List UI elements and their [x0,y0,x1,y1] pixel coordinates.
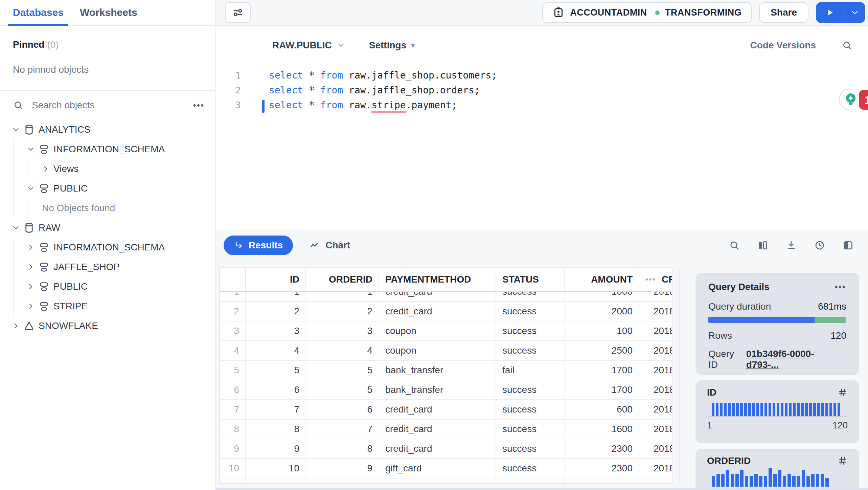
cell-orderid[interactable]: 8 [306,439,379,458]
row-number-cell[interactable]: 2 [220,302,246,321]
cell-amount[interactable]: 1700 [565,380,639,399]
table-row[interactable]: 333couponsuccess1002018 [220,321,672,341]
cell-orderid[interactable]: 5 [306,361,379,380]
cell-orderid[interactable]: 2 [306,302,379,321]
context-selector[interactable]: RAW.PUBLIC [272,40,345,51]
cell-paymentmethod[interactable]: coupon [379,341,496,360]
row-number-cell[interactable]: 7 [220,400,246,419]
column-header-status[interactable]: STATUS [496,268,565,291]
cell-status[interactable]: success [496,400,565,419]
cell-paymentmethod[interactable]: credit_card [379,439,496,458]
chevron-right-icon[interactable] [25,243,37,252]
editor-search-icon[interactable] [842,40,852,51]
row-number-cell[interactable]: 10 [220,459,246,478]
sidebar-item-public[interactable]: PUBLIC [0,277,215,296]
sidebar-item-raw[interactable]: RAW [0,218,215,238]
split-panel-icon[interactable] [842,240,854,251]
editor-config-button[interactable] [225,2,251,23]
sidebar-item-stripe[interactable]: STRIPE [0,296,215,316]
cell-created[interactable]: 2018 [639,439,672,458]
cell-amount[interactable]: 2300 [565,459,639,478]
cell-created[interactable]: 2018 [639,341,672,360]
column-header-amount[interactable]: AMOUNT [565,268,639,291]
chevron-right-icon[interactable] [25,282,37,291]
cell-orderid[interactable]: 6 [306,400,379,419]
cell-created[interactable]: 2018 [639,400,672,419]
code-versions-link[interactable]: Code Versions [750,40,816,51]
cell-created[interactable]: 2018 [639,292,672,301]
table-row[interactable]: 10109gift_cardsuccess23002018 [220,459,672,478]
cell-status[interactable]: success [496,321,565,340]
column-header-rownum[interactable] [220,268,246,291]
table-row[interactable]: 776credit_cardsuccess6002018 [220,400,672,420]
column-header-created[interactable]: •••CREATED [639,268,672,291]
cell-id[interactable]: 2 [246,302,306,321]
code-line[interactable]: 1select * from raw.jaffle_shop.customers… [216,68,868,83]
cell-created[interactable]: 2018 [639,361,672,380]
cell-amount[interactable]: 100 [565,321,639,340]
role-warehouse-selector[interactable]: ACCOUNTADMIN TRANSFORMING [542,2,752,23]
settings-dropdown[interactable]: Settings ▾ [369,40,415,51]
chevron-down-icon[interactable] [25,145,37,154]
sql-editor[interactable]: 1select * from raw.jaffle_shop.customers… [216,68,868,112]
row-number-cell[interactable]: 3 [220,321,246,340]
chevron-right-icon[interactable] [10,321,22,330]
row-number-cell[interactable]: 5 [220,361,246,380]
cell-paymentmethod[interactable]: credit_card [379,302,496,321]
chevron-right-icon[interactable] [25,263,37,271]
table-body[interactable]: 111credit_cardsuccess10002018222credit_c… [220,292,672,483]
cell-paymentmethod[interactable]: credit_card [379,400,496,419]
cell-status[interactable]: fail [496,361,565,380]
column-header-id[interactable]: ID [246,268,306,291]
table-row[interactable]: 887credit_cardsuccess16002018 [220,420,672,439]
cell-paymentmethod[interactable]: credit_card [379,292,496,301]
row-number-cell[interactable]: 9 [220,439,246,458]
cell-paymentmethod[interactable]: gift_card [379,459,496,478]
table-row[interactable]: 998credit_cardsuccess23002018 [220,439,672,459]
horizontal-scrollbar[interactable] [216,488,868,490]
cell-status[interactable]: success [496,341,565,360]
download-icon[interactable] [785,240,797,251]
cell-amount[interactable]: 2300 [565,439,639,458]
chevron-right-icon[interactable] [25,302,37,311]
cell-paymentmethod[interactable]: coupon [379,321,496,340]
cell-paymentmethod[interactable]: bank_transfer [379,361,496,380]
row-number-cell[interactable]: 8 [220,420,246,439]
cell-id[interactable]: 3 [246,321,306,340]
row-number-cell[interactable]: 6 [220,380,246,399]
cell-status[interactable]: success [496,459,565,478]
sidebar-item-public[interactable]: PUBLIC [0,179,215,198]
table-row[interactable]: 222credit_cardsuccess20002018 [220,302,672,321]
chevron-down-icon[interactable] [25,184,37,193]
cell-status[interactable]: success [496,439,565,458]
query-details-menu-button[interactable]: ••• [835,282,846,292]
cell-orderid[interactable]: 4 [306,341,379,360]
cell-orderid[interactable]: 1 [306,292,379,301]
cell-amount[interactable]: 1700 [565,361,639,380]
row-number-cell[interactable]: 1 [220,292,246,301]
row-number-cell[interactable]: 4 [220,341,246,360]
cell-created[interactable]: 2018 [639,302,672,321]
cell-id[interactable]: 7 [246,400,306,419]
sidebar-item-jaffle-shop[interactable]: JAFFLE_SHOP [0,257,215,277]
search-icon[interactable] [729,240,740,251]
cell-id[interactable]: 5 [246,361,306,380]
column-header-paymentmethod[interactable]: PAYMENTMETHOD [379,268,496,291]
sidebar-item-analytics[interactable]: ANALYTICS [0,120,215,139]
sidebar-item-no-objects-found[interactable]: No Objects found [0,198,215,218]
cell-id[interactable]: 8 [246,420,306,439]
code-line[interactable]: 2select * from raw.jaffle_shop.orders; [216,83,868,97]
chevron-right-icon[interactable] [40,164,51,173]
cell-amount[interactable]: 600 [565,400,639,419]
columns-icon[interactable] [757,240,769,251]
cell-paymentmethod[interactable]: bank_transfer [379,380,496,399]
tab-results[interactable]: Results [224,236,293,255]
column-menu-button[interactable]: ••• [645,275,656,284]
column-header-orderid[interactable]: ORDERID [306,268,379,291]
run-button[interactable] [816,2,844,23]
cell-created[interactable]: 2018 [639,459,672,478]
cell-created[interactable]: 2018 [639,420,672,439]
more-options-button[interactable]: ••• [193,101,205,110]
cell-amount[interactable]: 2500 [565,341,639,360]
query-id-link[interactable]: 01b349f6-0000-d793-... [746,349,846,370]
